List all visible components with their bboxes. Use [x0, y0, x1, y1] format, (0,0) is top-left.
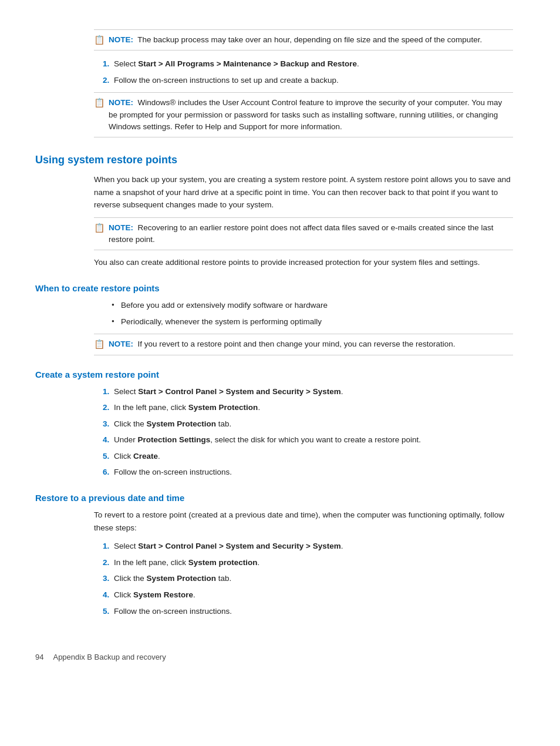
create-step-6: Follow the on-screen instructions. [112, 466, 513, 479]
restore-note-text: NOTE: Recovering to an earlier restore p… [109, 222, 513, 246]
note-icon-top: 📋 [94, 35, 105, 45]
top-note-text: NOTE: The backup process may take over a… [109, 34, 482, 46]
restore-step-3: Click the System Protection tab. [112, 572, 513, 585]
intro-steps-list: Select Start > All Programs > Maintenanc… [112, 58, 513, 86]
restore-step-4: Click System Restore. [112, 589, 513, 601]
section-main-body: When you back up your system, you are cr… [94, 173, 513, 211]
create-step-3: Click the System Protection tab. [112, 418, 513, 431]
when-note-box: 📋 NOTE: If you revert to a restore point… [94, 334, 513, 355]
create-step-4: Under Protection Settings, select the di… [112, 434, 513, 446]
restore-step-5: Follow the on-screen instructions. [112, 605, 513, 618]
section-main-title: Using system restore points [35, 154, 525, 166]
top-note-box: 📋 NOTE: The backup process may take over… [94, 29, 513, 51]
restore-steps-list: Select Start > Control Panel > System an… [112, 540, 513, 617]
create-step-5: Click Create. [112, 450, 513, 463]
when-bullets-list: Before you add or extensively modify sof… [112, 299, 513, 328]
subsection-restore-title: Restore to a previous date and time [35, 493, 525, 503]
subsection-create-title: Create a system restore point [35, 369, 525, 379]
note-icon-when: 📋 [94, 339, 105, 350]
intro-step-2-text: Follow the on-screen instructions to set… [114, 76, 339, 85]
intro-step-1-text: Select Start > All Programs > Maintenanc… [114, 59, 359, 68]
restore-intro: To revert to a restore point (created at… [94, 509, 513, 534]
additional-text: You also can create additional restore p… [94, 256, 513, 269]
restore-step-1: Select Start > Control Panel > System an… [112, 540, 513, 553]
footer-text: Appendix B Backup and recovery [53, 653, 166, 661]
when-bullet-2: Periodically, whenever the system is per… [112, 315, 513, 328]
restore-step-2: In the left pane, click System protectio… [112, 556, 513, 569]
intro-step-1: Select Start > All Programs > Maintenanc… [112, 58, 513, 70]
create-steps-list: Select Start > Control Panel > System an… [112, 385, 513, 479]
restore-note-box: 📋 NOTE: Recovering to an earlier restore… [94, 217, 513, 251]
subsection-when-title: When to create restore points [35, 283, 525, 293]
note-icon-windows: 📋 [94, 98, 105, 108]
when-bullet-1: Before you add or extensively modify sof… [112, 299, 513, 312]
note-icon-restore: 📋 [94, 223, 105, 233]
create-step-1: Select Start > Control Panel > System an… [112, 385, 513, 398]
when-note-text: NOTE: If you revert to a restore point a… [109, 338, 456, 350]
footer-page: 94 [35, 653, 43, 661]
intro-step-2: Follow the on-screen instructions to set… [112, 74, 513, 87]
windows-note-text: NOTE: Windows® includes the User Account… [109, 97, 513, 133]
footer: 94 Appendix B Backup and recovery [35, 653, 525, 661]
create-step-2: In the left pane, click System Protectio… [112, 401, 513, 414]
windows-note-box: 📋 NOTE: Windows® includes the User Accou… [94, 92, 513, 137]
